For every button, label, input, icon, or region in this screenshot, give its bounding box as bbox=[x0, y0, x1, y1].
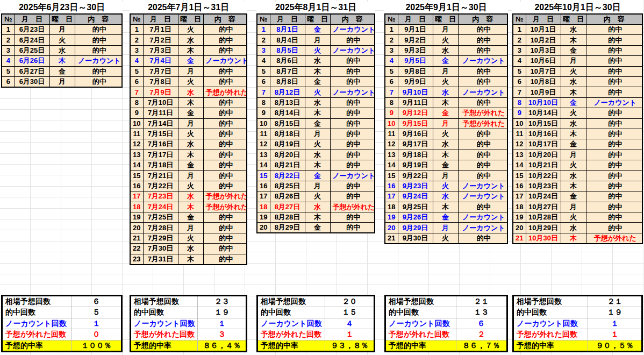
row-number-cell[interactable]: 16 bbox=[385, 181, 398, 191]
summary-label-cell[interactable]: ノーカウント回数 bbox=[2, 318, 71, 329]
summary-label-cell[interactable]: 的中回数 bbox=[131, 307, 198, 318]
weekday-cell[interactable]: 木 bbox=[433, 150, 458, 160]
result-cell[interactable]: 的中 bbox=[203, 66, 247, 76]
weekday-cell[interactable]: 金 bbox=[433, 212, 458, 223]
result-cell[interactable]: ノーカウント bbox=[586, 97, 642, 108]
result-cell[interactable]: ノーカウント bbox=[458, 56, 507, 66]
row-number-cell[interactable]: 7 bbox=[385, 87, 398, 97]
row-number-cell[interactable]: 5 bbox=[257, 66, 270, 76]
row-number-cell[interactable]: 18 bbox=[130, 202, 143, 212]
weekday-cell[interactable]: 木 bbox=[178, 202, 203, 212]
date-cell[interactable]: 7月29日 bbox=[143, 233, 178, 243]
weekday-cell[interactable]: 月 bbox=[561, 202, 586, 212]
weekday-cell[interactable]: 火 bbox=[433, 129, 458, 139]
date-cell[interactable]: 10月21日 bbox=[526, 160, 561, 171]
date-cell[interactable]: 8月22日 bbox=[270, 171, 305, 181]
result-cell[interactable]: 的中 bbox=[330, 76, 375, 87]
date-cell[interactable]: 8月26日 bbox=[270, 191, 305, 202]
summary-label-cell[interactable]: ノーカウント回数 bbox=[385, 318, 456, 329]
date-cell[interactable]: 10月3日 bbox=[526, 45, 561, 55]
summary-label-cell[interactable]: 相場予想回数 bbox=[385, 296, 456, 307]
result-cell[interactable]: 的中 bbox=[203, 118, 247, 129]
date-cell[interactable]: 10月20日 bbox=[526, 150, 561, 160]
date-cell[interactable]: 10月22日 bbox=[526, 171, 561, 181]
summary-value-cell[interactable]: １９ bbox=[198, 307, 247, 318]
date-cell[interactable]: 10月15日 bbox=[526, 118, 561, 129]
result-cell[interactable]: 的中 bbox=[586, 191, 642, 202]
date-cell[interactable]: 7月15日 bbox=[143, 129, 178, 139]
summary-label-cell[interactable]: 予想的中率 bbox=[257, 340, 325, 351]
summary-label-cell[interactable]: ノーカウント回数 bbox=[131, 318, 198, 329]
date-cell[interactable]: 7月3日 bbox=[143, 45, 178, 55]
date-cell[interactable]: 7月17日 bbox=[143, 150, 178, 160]
row-number-cell[interactable]: 10 bbox=[130, 118, 143, 129]
result-cell[interactable]: 的中 bbox=[458, 66, 507, 76]
result-cell[interactable]: ノーカウント bbox=[203, 56, 247, 66]
row-number-cell[interactable]: 6 bbox=[513, 76, 526, 87]
weekday-cell[interactable]: 火 bbox=[433, 35, 458, 45]
row-number-cell[interactable]: 8 bbox=[130, 97, 143, 108]
result-cell[interactable]: 的中 bbox=[458, 233, 507, 244]
weekday-cell[interactable]: 金 bbox=[305, 118, 330, 129]
result-cell[interactable]: 的中 bbox=[586, 160, 642, 171]
row-number-cell[interactable]: 18 bbox=[513, 202, 526, 212]
result-cell[interactable]: 的中 bbox=[586, 87, 642, 97]
result-cell[interactable]: ノーカウント bbox=[75, 56, 122, 66]
row-number-cell[interactable]: 11 bbox=[513, 129, 526, 139]
weekday-cell[interactable]: 月 bbox=[433, 223, 458, 233]
column-header[interactable]: 月 日 bbox=[15, 14, 49, 25]
row-number-cell[interactable]: 13 bbox=[257, 150, 270, 160]
weekday-cell[interactable]: 金 bbox=[305, 171, 330, 181]
weekday-cell[interactable]: 火 bbox=[178, 233, 203, 243]
weekday-cell[interactable]: 金 bbox=[178, 160, 203, 171]
result-cell[interactable]: 的中 bbox=[203, 233, 247, 243]
weekday-cell[interactable]: 火 bbox=[178, 181, 203, 191]
weekday-cell[interactable]: 水 bbox=[305, 56, 330, 66]
result-cell[interactable]: ノーカウント bbox=[458, 191, 507, 202]
weekday-cell[interactable]: 火 bbox=[561, 160, 586, 171]
row-number-cell[interactable]: 16 bbox=[257, 181, 270, 191]
weekday-cell[interactable]: 月 bbox=[433, 171, 458, 181]
result-cell[interactable]: 的中 bbox=[458, 45, 507, 55]
result-cell[interactable]: 的中 bbox=[203, 35, 247, 45]
weekday-cell[interactable]: 水 bbox=[561, 171, 586, 181]
summary-label-cell[interactable]: 予想的中率 bbox=[2, 340, 71, 351]
result-cell[interactable]: 的中 bbox=[458, 139, 507, 150]
summary-value-cell[interactable]: １ bbox=[588, 329, 642, 340]
row-number-cell[interactable]: 6 bbox=[2, 76, 15, 87]
date-cell[interactable]: 8月8日 bbox=[270, 76, 305, 87]
row-number-cell[interactable]: 14 bbox=[257, 160, 270, 171]
result-cell[interactable]: 的中 bbox=[330, 181, 375, 191]
row-number-cell[interactable]: 12 bbox=[130, 139, 143, 150]
summary-value-cell[interactable]: １ bbox=[198, 318, 247, 329]
date-cell[interactable]: 8月20日 bbox=[270, 150, 305, 160]
weekday-cell[interactable]: 金 bbox=[561, 139, 586, 150]
summary-label-cell[interactable]: 相場予想回数 bbox=[2, 296, 71, 307]
summary-value-cell[interactable]: ２０ bbox=[325, 296, 375, 307]
weekday-cell[interactable]: 水 bbox=[178, 35, 203, 45]
weekday-cell[interactable]: 金 bbox=[305, 223, 330, 233]
row-number-cell[interactable]: 14 bbox=[130, 160, 143, 171]
weekday-cell[interactable]: 水 bbox=[49, 45, 75, 55]
column-header[interactable]: 曜 日 bbox=[305, 14, 330, 25]
row-number-cell[interactable]: 20 bbox=[513, 223, 526, 233]
date-cell[interactable]: 7月2日 bbox=[143, 35, 178, 45]
result-cell[interactable]: ノーカウント bbox=[458, 181, 507, 191]
column-header[interactable]: 曜 日 bbox=[49, 14, 75, 25]
result-cell[interactable]: ノーカウント bbox=[458, 223, 507, 233]
date-cell[interactable]: 9月19日 bbox=[398, 160, 433, 171]
column-header[interactable]: 月 日 bbox=[270, 14, 305, 25]
weekday-cell[interactable]: 金 bbox=[433, 160, 458, 171]
summary-value-cell[interactable]: ２１ bbox=[456, 296, 507, 307]
row-number-cell[interactable]: 15 bbox=[257, 171, 270, 181]
date-cell[interactable]: 10月10日 bbox=[526, 97, 561, 108]
weekday-cell[interactable]: 月 bbox=[433, 118, 458, 129]
result-cell[interactable]: 的中 bbox=[458, 97, 507, 108]
row-number-cell[interactable]: 1 bbox=[257, 25, 270, 35]
row-number-cell[interactable]: 16 bbox=[130, 181, 143, 191]
weekday-cell[interactable]: 金 bbox=[561, 97, 586, 108]
row-number-cell[interactable]: 9 bbox=[257, 108, 270, 118]
row-number-cell[interactable]: 7 bbox=[130, 87, 143, 97]
date-cell[interactable]: 10月23日 bbox=[526, 181, 561, 191]
summary-label-cell[interactable]: 相場予想回数 bbox=[257, 296, 325, 307]
